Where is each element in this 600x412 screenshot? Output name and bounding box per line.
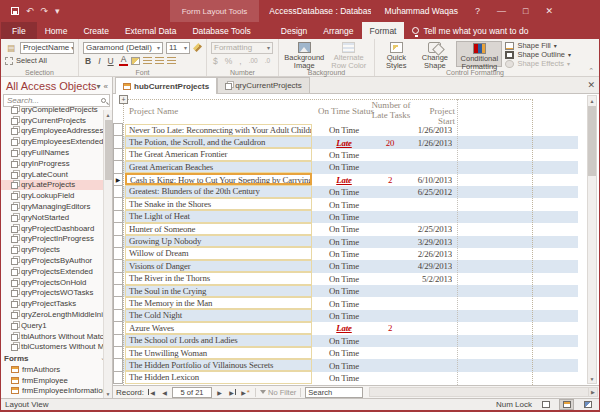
nav-item-qrymanagingeditors[interactable]: qryManagingEditors (1, 201, 112, 212)
project-name-cell[interactable]: Willow of Dream (125, 247, 312, 259)
record-selector[interactable] (113, 123, 123, 136)
percent-button[interactable]: % (223, 56, 235, 66)
record-position-box[interactable]: 5 of 21 (172, 387, 212, 398)
font-color-button[interactable]: A (119, 55, 129, 66)
on-time-status-cell[interactable]: On Time (316, 162, 372, 172)
tab-create[interactable]: Create (75, 22, 117, 39)
project-name-cell[interactable]: Growing Up Nobody (125, 235, 312, 247)
nav-item-qryprojects[interactable]: qryProjects (1, 244, 112, 255)
project-name-cell[interactable]: The Hidden Portfolio of Villainous Secre… (125, 359, 312, 371)
shape-effects-button[interactable]: Shape Effects▾ (505, 59, 571, 68)
form-scroll-down-icon[interactable]: ▼ (590, 374, 595, 383)
help-button[interactable]: ? (475, 6, 480, 16)
doc-tab-current-projects-query[interactable]: qryCurrentProjects (217, 77, 310, 93)
project-start-cell[interactable]: 3/29/2013 (408, 237, 452, 247)
design-view-button[interactable] (580, 399, 595, 410)
nav-item-qryprojectswotasks[interactable]: qryProjectsWOTasks (1, 288, 112, 299)
first-record-button[interactable]: ◀ (146, 387, 157, 398)
form-scroll-thumb[interactable] (588, 106, 596, 176)
bold-button[interactable]: B (83, 56, 93, 66)
alternate-row-color-button[interactable]: Alternate Row Color (328, 41, 371, 67)
nav-item-frmemployeeinformation[interactable]: frmEmployeeInformation (1, 385, 112, 396)
nav-scroll-down-icon[interactable]: ▼ (106, 389, 111, 398)
record-selector[interactable] (113, 135, 123, 148)
nav-scroll-thumb[interactable] (105, 120, 112, 180)
nav-item-qryprojectsonhold[interactable]: qryProjectsOnHold (1, 277, 112, 288)
record-selector[interactable] (113, 185, 123, 198)
increase-decimal-button[interactable]: .00 (247, 57, 260, 64)
project-name-cell[interactable]: The School of Lords and Ladies (125, 334, 312, 346)
record-selector[interactable] (113, 259, 123, 272)
project-name-cell[interactable]: Visions of Danger (125, 260, 312, 272)
nav-item-qrycompletedprojects[interactable]: qryCompletedProjects (1, 104, 112, 115)
project-start-cell[interactable]: 6/25/2012 (408, 187, 452, 197)
nav-scrollbar[interactable]: ▲ ▼ (103, 110, 112, 398)
on-time-status-cell[interactable]: On Time (316, 150, 372, 160)
previous-record-button[interactable]: ◀ (159, 387, 170, 398)
project-start-cell[interactable]: 1/26/2013 (408, 125, 452, 135)
project-name-cell[interactable]: The Memory in the Man (125, 297, 312, 309)
on-time-status-cell[interactable]: Late (316, 138, 372, 148)
late-tasks-cell[interactable]: 2 (372, 323, 408, 333)
nav-item-qryemployeesextended[interactable]: qryEmployeesExtended (1, 136, 112, 147)
no-filter-button[interactable]: No Filter (268, 388, 296, 397)
on-time-status-cell[interactable]: On Time (316, 249, 372, 259)
font-size-combo[interactable]: 11▾ (166, 42, 190, 54)
account-name[interactable]: Muhammad Waqas (385, 6, 458, 16)
form-view-button[interactable] (538, 399, 553, 410)
shape-fill-button[interactable]: Shape Fill▾ (505, 41, 571, 50)
project-name-cell[interactable]: The Snake in the Shores (125, 198, 312, 210)
last-record-button[interactable]: ▶ (227, 387, 238, 398)
underline-button[interactable]: U (106, 56, 116, 66)
font-name-combo[interactable]: Garamond (Detail)▾ (83, 42, 163, 54)
record-selector[interactable] (113, 160, 123, 173)
record-selector[interactable] (113, 309, 123, 322)
project-start-cell[interactable]: 2/25/2013 (408, 224, 452, 234)
field-selector-combo[interactable]: ProjectName▾ (20, 42, 74, 54)
shutter-bar-icon[interactable]: « (104, 82, 108, 91)
tab-format[interactable]: Format (362, 22, 405, 39)
on-time-status-cell[interactable]: On Time (316, 373, 372, 383)
project-name-cell[interactable]: The Potion, the Scroll, and the Cauldron (125, 136, 312, 148)
record-selector[interactable] (113, 346, 123, 359)
late-tasks-cell[interactable]: 2 (372, 175, 408, 185)
new-record-button[interactable]: ▶ (240, 387, 251, 398)
conditional-formatting-button[interactable]: Conditional Formatting (456, 41, 502, 67)
project-name-cell[interactable]: Greatest: Blunders of the 20th Century (125, 185, 312, 197)
italic-button[interactable]: I (96, 56, 102, 66)
redo-icon[interactable]: ↷ (41, 6, 49, 16)
column-header-project-name[interactable]: Project Name (129, 106, 178, 116)
record-selector[interactable] (113, 371, 123, 384)
tab-file[interactable]: File (1, 22, 37, 39)
column-header-late-tasks[interactable]: Number of Late Tasks (369, 100, 413, 121)
minimize-button[interactable]: — (497, 6, 506, 16)
record-selector[interactable] (113, 296, 123, 309)
project-start-cell[interactable]: 6/10/2013 (408, 175, 452, 185)
nav-pane-header[interactable]: All Access Objects ▾ « (1, 77, 112, 94)
align-right-icon[interactable] (167, 57, 176, 64)
layout-selector-handle[interactable]: + (119, 95, 128, 104)
record-selector[interactable] (113, 222, 123, 235)
nav-item-qrycurrentprojects[interactable]: qryCurrentProjects (1, 115, 112, 126)
number-format-combo[interactable]: Formatting▾ (211, 42, 273, 54)
doc-tab-current-projects-form[interactable]: hubCurrentProjects (115, 77, 217, 94)
align-center-icon[interactable] (155, 57, 164, 64)
nav-item-frmauthors[interactable]: frmAuthors (1, 364, 112, 375)
nav-item-tblauthors-without-matchin-[interactable]: tblAuthors Without Matchin... (1, 331, 112, 342)
project-start-cell[interactable]: 5/2/2013 (408, 274, 452, 284)
on-time-status-cell[interactable]: On Time (316, 212, 372, 222)
horizontal-scrollbar[interactable]: ▶ (369, 387, 598, 397)
project-name-cell[interactable]: The Light of Heat (125, 210, 312, 222)
project-start-cell[interactable]: 1/26/2013 (408, 138, 452, 148)
on-time-status-cell[interactable]: On Time (316, 311, 372, 321)
nav-section-forms[interactable]: Forms⌄ (1, 352, 112, 364)
form-scroll-up-icon[interactable]: ▲ (590, 96, 595, 105)
on-time-status-cell[interactable]: On Time (316, 274, 372, 284)
select-all-button[interactable]: Select All (16, 56, 47, 65)
nav-item-qrylookupfield[interactable]: qryLookupField (1, 190, 112, 201)
nav-item-qryprojectsbyauthor[interactable]: qryProjectsByAuthor (1, 255, 112, 266)
on-time-status-cell[interactable]: Late (316, 175, 372, 185)
document-close-icon[interactable]: ✕ (587, 80, 595, 90)
on-time-status-cell[interactable]: Late (316, 323, 372, 333)
format-painter-icon[interactable] (193, 43, 202, 52)
